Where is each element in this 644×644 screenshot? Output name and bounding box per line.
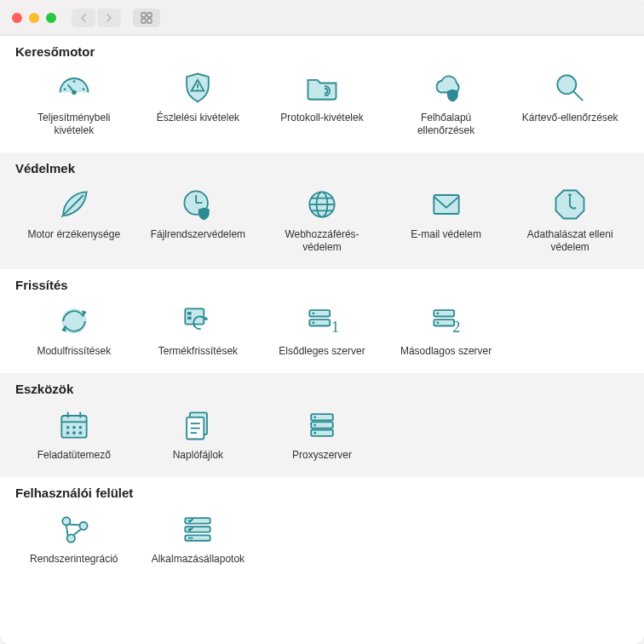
item-label: Rendszerintegráció: [30, 553, 118, 566]
svg-rect-84: [147, 13, 152, 17]
items-grid: ModulfrissítésekTermékfrissítésekElsődle…: [15, 297, 629, 361]
globe-icon: [298, 184, 346, 225]
back-button[interactable]: [72, 9, 95, 27]
item-cloud-shield[interactable]: Felhőalapú ellenőrzések: [388, 64, 505, 141]
traffic-lights: [12, 13, 56, 23]
item-label: Másodlagos szerver: [400, 345, 492, 358]
item-label: Webhozzáférés-védelem: [267, 228, 377, 254]
section-title: Eszközök: [15, 382, 629, 396]
folder-wave-icon: [298, 67, 346, 108]
forward-button[interactable]: [97, 9, 121, 27]
item-folder-wave[interactable]: Protokoll-kivételek: [263, 64, 381, 141]
svg-rect-83: [141, 13, 146, 17]
item-label: Teljesítménybeli kivételek: [19, 112, 129, 137]
item-logs[interactable]: Naplófájlok: [140, 401, 257, 465]
item-app-status[interactable]: Alkalmazásállapotok: [140, 505, 257, 569]
item-label: Elsődleges szerver: [279, 345, 365, 358]
item-feather[interactable]: Motor érzékenysége: [15, 181, 133, 257]
magnify-icon: [546, 67, 594, 108]
section-keresomotor: KeresőmotorTeljesítménybeli kivételekÉsz…: [0, 36, 644, 152]
module-update-icon: [50, 301, 98, 342]
item-label: Naplófájlok: [173, 449, 223, 462]
item-magnify[interactable]: Kártevő-ellenőrzések: [511, 64, 629, 141]
phishing-icon: [546, 184, 594, 225]
item-server1[interactable]: Elsődleges szerver: [263, 297, 381, 361]
feather-icon: [50, 184, 98, 225]
item-server2[interactable]: Másodlagos szerver: [388, 297, 505, 361]
section-felhasznaloi-felulet: Felhasználói felületRendszerintegrációAl…: [0, 477, 644, 581]
item-phishing[interactable]: Adathalászat elleni védelem: [511, 181, 629, 257]
item-label: Modulfrissítések: [37, 345, 111, 358]
nav-buttons: [72, 9, 121, 27]
item-label: E-mail védelem: [411, 228, 481, 241]
items-grid: Teljesítménybeli kivételekÉszlelési kivé…: [15, 64, 629, 141]
section-title: Keresőmotor: [15, 44, 629, 59]
mail-icon: [423, 184, 470, 225]
item-label: Protokoll-kivételek: [280, 112, 363, 124]
server1-icon: [298, 301, 346, 342]
section-vedelmek: VédelmekMotor érzékenységeFájlrendszervé…: [0, 152, 644, 269]
maximize-button[interactable]: [46, 13, 56, 23]
item-label: Adathalászat elleni védelem: [515, 228, 625, 254]
section-title: Frissítés: [15, 278, 629, 292]
item-calendar[interactable]: Feladatütemező: [15, 401, 133, 465]
section-title: Védelmek: [15, 161, 629, 175]
item-mail[interactable]: E-mail védelem: [388, 181, 505, 257]
preferences-window: KeresőmotorTeljesítménybeli kivételekÉsz…: [0, 0, 644, 644]
cloud-shield-icon: [423, 67, 470, 108]
titlebar: [0, 0, 644, 36]
gauge-icon: [50, 67, 98, 108]
product-update-icon: [174, 301, 221, 342]
close-button[interactable]: [12, 13, 22, 23]
svg-rect-86: [147, 19, 152, 23]
items-grid: Motor érzékenységeFájlrendszervédelemWeb…: [15, 181, 629, 257]
integration-icon: [50, 509, 98, 549]
item-label: Alkalmazásállapotok: [152, 553, 244, 566]
items-grid: FeladatütemezőNaplófájlokProxyszerver: [15, 401, 629, 465]
item-label: Kártevő-ellenőrzések: [522, 112, 618, 124]
item-label: Észlelési kivételek: [157, 112, 239, 124]
grid-view-button[interactable]: [133, 9, 160, 27]
content-area: KeresőmotorTeljesítménybeli kivételekÉsz…: [0, 36, 644, 644]
app-status-icon: [174, 509, 221, 549]
item-gauge[interactable]: Teljesítménybeli kivételek: [15, 64, 133, 141]
clock-shield-icon: [174, 184, 221, 225]
item-label: Felhőalapú ellenőrzések: [391, 112, 502, 137]
section-title: Felhasználói felület: [15, 486, 629, 500]
proxy-icon: [298, 405, 346, 446]
items-grid: RendszerintegrációAlkalmazásállapotok: [15, 505, 629, 569]
item-label: Fájlrendszervédelem: [151, 228, 245, 241]
server2-icon: [423, 301, 470, 342]
svg-rect-85: [141, 19, 146, 23]
item-label: Proxyszerver: [292, 449, 352, 462]
item-label: Motor érzékenysége: [27, 228, 120, 241]
minimize-button[interactable]: [29, 13, 39, 23]
item-shield-warn[interactable]: Észlelési kivételek: [140, 64, 257, 141]
shield-warn-icon: [174, 67, 221, 108]
calendar-icon: [50, 405, 98, 446]
item-module-update[interactable]: Modulfrissítések: [15, 297, 133, 361]
item-product-update[interactable]: Termékfrissítések: [140, 297, 257, 361]
item-proxy[interactable]: Proxyszerver: [263, 401, 381, 465]
item-label: Termékfrissítések: [158, 345, 238, 358]
section-frissites: FrissítésModulfrissítésekTermékfrissítés…: [0, 269, 644, 373]
item-integration[interactable]: Rendszerintegráció: [15, 505, 133, 569]
section-eszkozok: EszközökFeladatütemezőNaplófájlokProxysz…: [0, 373, 644, 477]
item-clock-shield[interactable]: Fájlrendszervédelem: [140, 181, 257, 257]
item-globe[interactable]: Webhozzáférés-védelem: [263, 181, 381, 257]
item-label: Feladatütemező: [37, 449, 111, 462]
logs-icon: [174, 405, 221, 446]
